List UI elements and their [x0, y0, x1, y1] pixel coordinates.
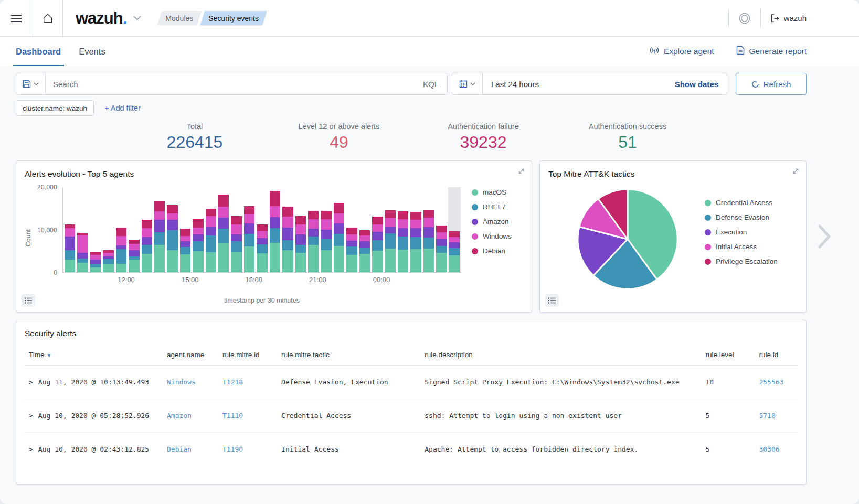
search-input[interactable] [46, 80, 415, 89]
expand-row-icon[interactable]: > [29, 412, 33, 420]
column-header-rule-mitre-tactic[interactable]: rule.mitre.tactic [277, 344, 420, 366]
legend-label: Privilege Escalation [716, 258, 778, 265]
user-menu[interactable]: wazuh [770, 14, 807, 23]
cell-mitre-id-link[interactable]: T1110 [222, 412, 243, 420]
cell-mitre-id-link[interactable]: T1218 [222, 378, 243, 386]
bar-segment-debian [142, 220, 152, 228]
bar-segment-amazon [129, 250, 139, 256]
expand-row-icon[interactable]: > [29, 445, 33, 453]
bar-17[interactable] [282, 187, 293, 272]
wazuh-logo[interactable]: wazuh. [76, 9, 141, 28]
bar-0[interactable] [65, 187, 75, 272]
home-icon[interactable] [33, 0, 63, 37]
bar-18[interactable] [295, 187, 306, 272]
stat-value[interactable]: 39232 [411, 133, 556, 152]
legend-item-amazon[interactable]: Amazon [472, 218, 523, 226]
tab-dashboard[interactable]: Dashboard [16, 37, 61, 66]
query-language-button[interactable]: KQL [415, 80, 447, 89]
column-header-rule-description[interactable]: rule.description [420, 344, 701, 366]
space-ring-icon[interactable] [738, 12, 751, 25]
legend-item-debian[interactable]: Debian [472, 247, 523, 255]
legend-item-privilege-escalation[interactable]: Privilege Escalation [705, 258, 778, 265]
legend-item-defense-evasion[interactable]: Defense Evasion [705, 213, 778, 221]
explore-agent-button[interactable]: Explore agent [650, 46, 714, 57]
calendar-button[interactable] [452, 73, 483, 94]
bar-6[interactable] [142, 187, 152, 272]
cell-rule-id-link[interactable]: 255563 [759, 378, 783, 386]
menu-icon[interactable] [0, 0, 33, 37]
breadcrumb-item-1[interactable]: Security events [200, 11, 267, 26]
bar-16[interactable] [270, 187, 280, 272]
time-range-value[interactable]: Last 24 hours [483, 80, 666, 89]
legend-item-initial-access[interactable]: Initial Access [705, 243, 778, 251]
add-filter-button[interactable]: + Add filter [104, 104, 141, 112]
cell-mitre-id-link[interactable]: T1190 [222, 445, 243, 453]
bar-28[interactable] [423, 187, 434, 272]
legend-toggle-icon[interactable] [545, 294, 559, 307]
bar-segment-debian [270, 191, 280, 206]
pie-svg[interactable] [576, 187, 680, 291]
bar-11[interactable] [206, 187, 216, 272]
expand-row-icon[interactable]: > [29, 378, 33, 386]
bar-22[interactable] [346, 187, 357, 272]
bar-10[interactable] [193, 187, 203, 272]
column-header-rule-id[interactable]: rule.id [755, 344, 798, 366]
bar-21[interactable] [334, 187, 344, 272]
bar-7[interactable] [154, 187, 165, 272]
bar-14[interactable] [244, 187, 254, 272]
next-page-chevron-icon[interactable] [818, 224, 831, 249]
bar-5[interactable] [129, 187, 139, 272]
bar-8[interactable] [167, 187, 177, 272]
bar-segment-rhel7 [154, 232, 165, 245]
legend-toggle-icon[interactable] [22, 294, 35, 307]
bar-24[interactable] [372, 187, 383, 272]
cell-agent-name-link[interactable]: Debian [167, 445, 192, 453]
show-dates-button[interactable]: Show dates [666, 80, 727, 89]
filter-pill[interactable]: cluster.name: wazuh [16, 100, 94, 116]
bar-13[interactable] [231, 187, 241, 272]
bar-30[interactable] [449, 187, 460, 272]
bar-23[interactable] [359, 187, 370, 272]
stat-value[interactable]: 51 [556, 133, 700, 152]
cell-time: >Aug 10, 2020 @ 02:43:12.825 [25, 433, 163, 466]
legend-item-windows[interactable]: Windows [472, 232, 523, 240]
bar-20[interactable] [321, 187, 331, 272]
stat-value[interactable]: 226415 [123, 133, 267, 152]
breadcrumb-item-0[interactable]: Modules [157, 11, 202, 26]
stat-value[interactable]: 49 [267, 133, 411, 152]
bar-segment-debian [282, 207, 293, 217]
bar-1[interactable] [77, 187, 88, 272]
bar-4[interactable] [116, 187, 126, 272]
expand-icon[interactable] [517, 167, 525, 175]
expand-icon[interactable] [792, 167, 800, 175]
bar-27[interactable] [410, 187, 421, 272]
bar-9[interactable] [180, 187, 190, 272]
legend-item-credential-access[interactable]: Credential Access [705, 199, 778, 207]
chevron-down-icon[interactable] [133, 16, 141, 20]
column-header-rule-mitre-id[interactable]: rule.mitre.id [218, 344, 277, 366]
legend-item-rhel7[interactable]: RHEL7 [472, 203, 523, 211]
legend-item-macos[interactable]: macOS [472, 188, 523, 196]
bar-26[interactable] [398, 187, 408, 272]
cell-agent-name-link[interactable]: Amazon [167, 412, 192, 420]
legend-item-execution[interactable]: Execution [705, 228, 778, 236]
bar-3[interactable] [103, 187, 113, 272]
cell-rule-id-link[interactable]: 30306 [759, 445, 779, 453]
generate-report-button[interactable]: Generate report [736, 46, 807, 57]
bar-12[interactable] [218, 187, 229, 272]
logout-icon [770, 14, 780, 23]
cell-agent-name-link[interactable]: Windows [167, 378, 196, 386]
bar-19[interactable] [308, 187, 319, 272]
cell-rule-id-link[interactable]: 5710 [759, 412, 775, 420]
bar-15[interactable] [257, 187, 267, 272]
bar-29[interactable] [436, 187, 447, 272]
column-header-agent-name[interactable]: agent.name [163, 344, 218, 366]
column-header-rule-level[interactable]: rule.level [701, 344, 755, 366]
sort-desc-icon[interactable]: ▼ [47, 352, 52, 358]
column-header-time[interactable]: Time▼ [25, 344, 163, 366]
saved-queries-button[interactable] [16, 73, 46, 94]
tab-events[interactable]: Events [79, 37, 105, 66]
refresh-button[interactable]: Refresh [736, 73, 807, 95]
bar-2[interactable] [90, 187, 101, 272]
bar-25[interactable] [385, 187, 396, 272]
